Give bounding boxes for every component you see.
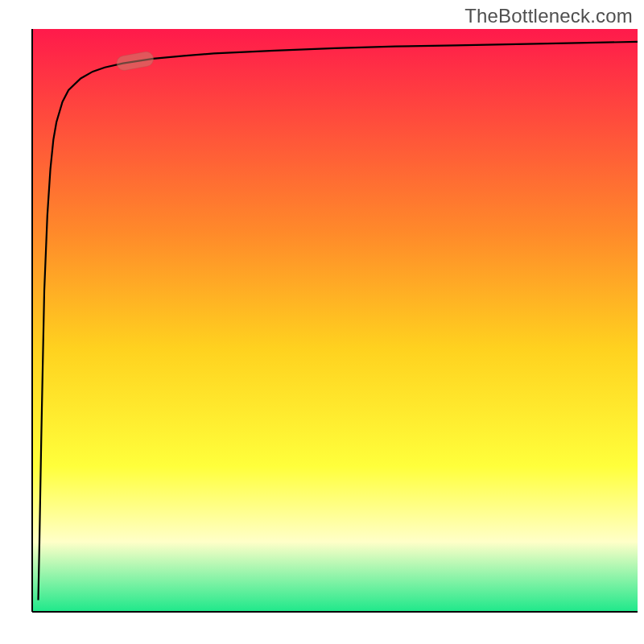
chart-svg bbox=[0, 0, 644, 644]
plot-background bbox=[32, 29, 638, 612]
watermark-text: TheBottleneck.com bbox=[464, 5, 633, 27]
chart-container bbox=[0, 0, 644, 644]
